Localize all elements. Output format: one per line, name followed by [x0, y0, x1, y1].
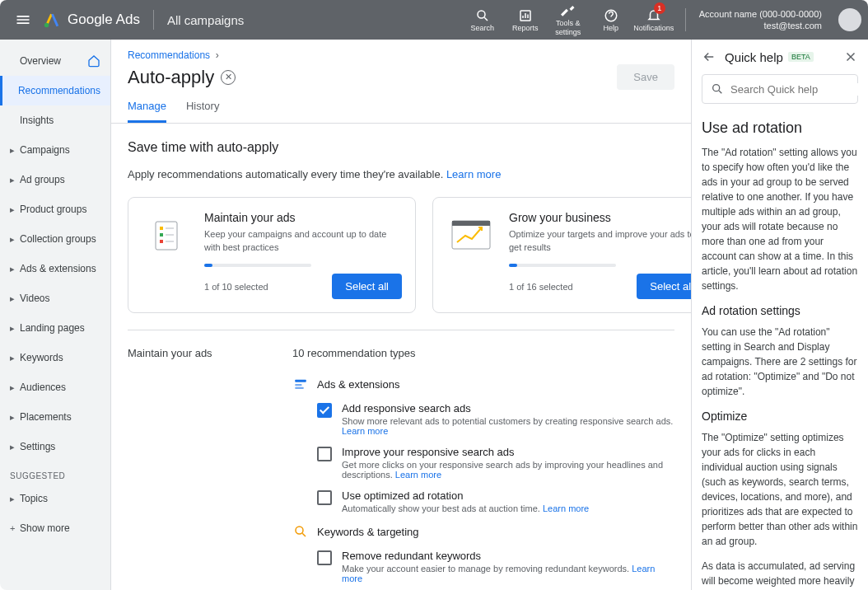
- chevron-right-icon: ▸: [10, 145, 20, 156]
- sidebar-item-label: Placements: [20, 411, 100, 423]
- sidebar-item-show-more[interactable]: +Show more: [0, 513, 110, 543]
- close-help-icon[interactable]: [843, 49, 858, 64]
- sidebar-item-label: Product groups: [20, 204, 100, 215]
- sidebar-item-label: Recommendations: [18, 85, 100, 96]
- select-all-button[interactable]: Select all: [332, 274, 402, 299]
- chevron-right-icon: ▸: [10, 412, 20, 423]
- sidebar-item-label: Overview: [20, 55, 87, 67]
- sidebar-item-placements[interactable]: ▸Placements: [0, 402, 110, 432]
- sidebar-item-label: Collection groups: [20, 233, 100, 245]
- save-button[interactable]: Save: [617, 64, 674, 90]
- account-name: Account name (000-000-0000): [699, 8, 822, 20]
- close-icon[interactable]: ✕: [221, 70, 236, 85]
- sidebar-item-label: Keywords: [20, 352, 100, 363]
- context-selector[interactable]: All campaigns: [167, 13, 244, 27]
- selection-count: 1 of 10 selected: [204, 282, 332, 292]
- checkbox[interactable]: [317, 490, 332, 505]
- sidebar: OverviewRecommendationsInsights▸Campaign…: [0, 40, 111, 590]
- sidebar-item-label: Videos: [20, 293, 100, 304]
- svg-rect-13: [295, 380, 306, 382]
- checkbox[interactable]: [317, 550, 332, 565]
- help-article-title: Use ad rotation: [702, 120, 858, 135]
- sidebar-item-overview[interactable]: Overview: [0, 46, 110, 76]
- breadcrumb-link[interactable]: Recommendations: [128, 49, 210, 61]
- help-search-input[interactable]: [730, 83, 868, 96]
- recommendation-description: Show more relevant ads to potential cust…: [342, 416, 674, 436]
- sidebar-item-ads-extensions[interactable]: ▸Ads & extensions: [0, 254, 110, 283]
- help-icon: [604, 7, 618, 24]
- help-panel: Quick help BETA Use ad rotation The "Ad …: [691, 40, 868, 590]
- sidebar-item-keywords[interactable]: ▸Keywords: [0, 343, 110, 372]
- sidebar-item-collection-groups[interactable]: ▸Collection groups: [0, 224, 110, 254]
- main-content: Recommendations › Auto-apply ✕ Save Mana…: [111, 40, 691, 590]
- help-button[interactable]: Help: [590, 0, 632, 40]
- learn-more-link[interactable]: Learn more: [342, 426, 388, 436]
- svg-rect-14: [295, 384, 301, 386]
- search-button[interactable]: Search: [461, 0, 504, 40]
- reports-button[interactable]: Reports: [504, 0, 547, 40]
- learn-more-link[interactable]: Learn more: [342, 564, 655, 583]
- logo[interactable]: Google Ads: [43, 11, 140, 29]
- chevron-right-icon: ▸: [10, 293, 20, 304]
- avatar[interactable]: [838, 8, 861, 31]
- sidebar-item-label: Insights: [20, 115, 100, 126]
- recommendation-title: Improve your responsive search ads: [342, 446, 674, 458]
- group-header: Keywords & targeting: [292, 523, 674, 540]
- sidebar-item-campaigns[interactable]: ▸Campaigns: [0, 135, 110, 165]
- select-all-button[interactable]: Select all: [637, 274, 691, 299]
- recommendation-title: Use optimized ad rotation: [342, 489, 674, 502]
- sidebar-item-ad-groups[interactable]: ▸Ad groups: [0, 165, 110, 194]
- notification-badge: 1: [654, 2, 665, 14]
- sidebar-item-topics[interactable]: ▸Topics: [0, 484, 110, 513]
- account-info[interactable]: Account name (000-000-0000) test@test.co…: [685, 8, 822, 31]
- plus-icon: +: [10, 523, 20, 533]
- sidebar-item-insights[interactable]: Insights: [0, 105, 110, 135]
- svg-rect-12: [452, 221, 490, 226]
- sidebar-item-label: Audiences: [20, 382, 100, 393]
- card-title: Grow your business: [509, 211, 691, 224]
- chevron-right-icon: ▸: [10, 234, 20, 245]
- divider: [153, 10, 154, 30]
- svg-point-17: [713, 85, 720, 91]
- chevron-right-icon: ▸: [10, 264, 20, 274]
- notifications-button[interactable]: 1 Notifications: [632, 0, 675, 40]
- sidebar-item-audiences[interactable]: ▸Audiences: [0, 372, 110, 402]
- hamburger-menu[interactable]: [7, 3, 40, 36]
- account-email: test@test.com: [699, 20, 822, 31]
- sidebar-item-landing-pages[interactable]: ▸Landing pages: [0, 313, 110, 343]
- tabs: ManageHistory: [111, 90, 691, 124]
- checkbox[interactable]: [317, 403, 332, 418]
- tab-history[interactable]: History: [186, 100, 219, 123]
- help-title: Quick help BETA: [725, 50, 835, 64]
- sidebar-item-product-groups[interactable]: ▸Product groups: [0, 194, 110, 224]
- card-grow-your-business: Grow your businessOptimize your targets …: [432, 197, 691, 313]
- sidebar-item-label: Campaigns: [20, 144, 100, 156]
- learn-more-link[interactable]: Learn more: [446, 168, 501, 180]
- sidebar-item-label: Ads & extensions: [20, 263, 100, 274]
- card-illustration: [446, 211, 496, 260]
- svg-rect-15: [295, 387, 304, 389]
- sidebar-item-recommendations[interactable]: Recommendations: [0, 76, 110, 105]
- page-title: Auto-apply ✕: [128, 67, 617, 88]
- tab-manage[interactable]: Manage: [128, 100, 166, 123]
- svg-rect-5: [160, 227, 163, 230]
- sidebar-item-videos[interactable]: ▸Videos: [0, 283, 110, 313]
- recommendation-title: Remove redundant keywords: [342, 550, 674, 562]
- back-icon[interactable]: [702, 49, 716, 64]
- chevron-right-icon: ▸: [10, 175, 20, 185]
- tools-button[interactable]: Tools & settings: [547, 0, 590, 40]
- svg-rect-7: [160, 240, 163, 243]
- recommendation-item: Add responsive search adsShow more relev…: [317, 402, 674, 436]
- wrench-icon: [561, 2, 576, 19]
- extensions-icon: [292, 376, 309, 392]
- home-icon: [87, 54, 100, 68]
- sidebar-item-settings[interactable]: ▸Settings: [0, 432, 110, 461]
- checkbox[interactable]: [317, 447, 332, 461]
- card-maintain-your-ads: Maintain your adsKeep your campaigns and…: [128, 197, 416, 313]
- search-icon: [711, 82, 724, 96]
- recommendation-item: Improve your responsive search adsGet mo…: [317, 446, 674, 480]
- help-search[interactable]: [702, 74, 858, 104]
- learn-more-link[interactable]: Learn more: [395, 470, 441, 480]
- recommendation-count: 10 recommendation types: [292, 347, 674, 359]
- learn-more-link[interactable]: Learn more: [543, 503, 589, 513]
